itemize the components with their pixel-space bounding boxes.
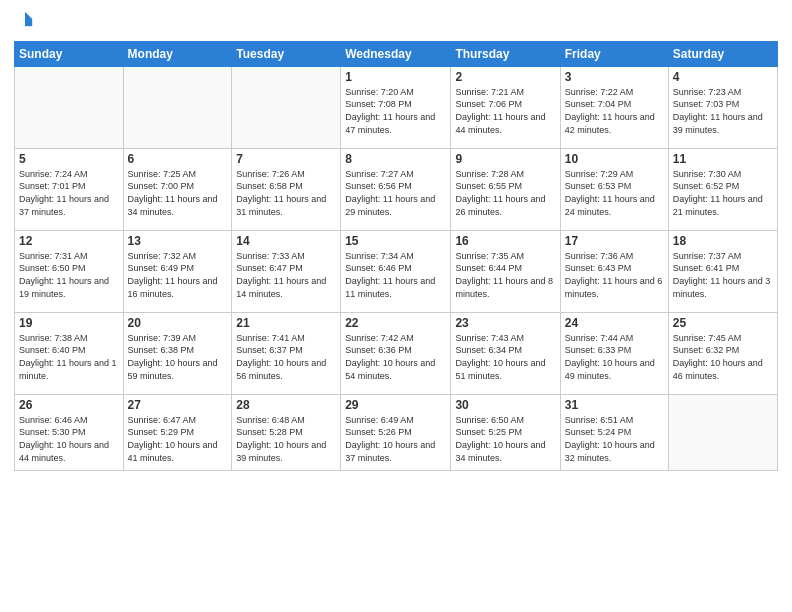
day-number: 11 xyxy=(673,152,773,166)
day-cell-21: 21Sunrise: 7:41 AM Sunset: 6:37 PM Dayli… xyxy=(232,312,341,394)
day-info: Sunrise: 7:21 AM Sunset: 7:06 PM Dayligh… xyxy=(455,86,555,136)
day-info: Sunrise: 7:27 AM Sunset: 6:56 PM Dayligh… xyxy=(345,168,446,218)
day-number: 2 xyxy=(455,70,555,84)
header xyxy=(14,10,778,33)
calendar-header-row: SundayMondayTuesdayWednesdayThursdayFrid… xyxy=(15,41,778,66)
day-number: 16 xyxy=(455,234,555,248)
page: SundayMondayTuesdayWednesdayThursdayFrid… xyxy=(0,0,792,612)
calendar-week-4: 19Sunrise: 7:38 AM Sunset: 6:40 PM Dayli… xyxy=(15,312,778,394)
empty-cell xyxy=(123,66,232,148)
col-header-wednesday: Wednesday xyxy=(341,41,451,66)
day-cell-14: 14Sunrise: 7:33 AM Sunset: 6:47 PM Dayli… xyxy=(232,230,341,312)
day-cell-22: 22Sunrise: 7:42 AM Sunset: 6:36 PM Dayli… xyxy=(341,312,451,394)
day-info: Sunrise: 6:49 AM Sunset: 5:26 PM Dayligh… xyxy=(345,414,446,464)
day-cell-2: 2Sunrise: 7:21 AM Sunset: 7:06 PM Daylig… xyxy=(451,66,560,148)
day-cell-25: 25Sunrise: 7:45 AM Sunset: 6:32 PM Dayli… xyxy=(668,312,777,394)
col-header-friday: Friday xyxy=(560,41,668,66)
day-cell-16: 16Sunrise: 7:35 AM Sunset: 6:44 PM Dayli… xyxy=(451,230,560,312)
day-number: 27 xyxy=(128,398,228,412)
logo-icon xyxy=(16,10,34,28)
empty-cell xyxy=(232,66,341,148)
day-info: Sunrise: 7:33 AM Sunset: 6:47 PM Dayligh… xyxy=(236,250,336,300)
logo-text xyxy=(14,10,34,33)
day-info: Sunrise: 7:35 AM Sunset: 6:44 PM Dayligh… xyxy=(455,250,555,300)
day-info: Sunrise: 7:25 AM Sunset: 7:00 PM Dayligh… xyxy=(128,168,228,218)
day-number: 9 xyxy=(455,152,555,166)
day-cell-13: 13Sunrise: 7:32 AM Sunset: 6:49 PM Dayli… xyxy=(123,230,232,312)
day-info: Sunrise: 7:45 AM Sunset: 6:32 PM Dayligh… xyxy=(673,332,773,382)
day-info: Sunrise: 7:26 AM Sunset: 6:58 PM Dayligh… xyxy=(236,168,336,218)
col-header-monday: Monday xyxy=(123,41,232,66)
day-cell-8: 8Sunrise: 7:27 AM Sunset: 6:56 PM Daylig… xyxy=(341,148,451,230)
day-info: Sunrise: 6:48 AM Sunset: 5:28 PM Dayligh… xyxy=(236,414,336,464)
calendar-week-3: 12Sunrise: 7:31 AM Sunset: 6:50 PM Dayli… xyxy=(15,230,778,312)
col-header-saturday: Saturday xyxy=(668,41,777,66)
day-cell-12: 12Sunrise: 7:31 AM Sunset: 6:50 PM Dayli… xyxy=(15,230,124,312)
day-number: 3 xyxy=(565,70,664,84)
day-cell-23: 23Sunrise: 7:43 AM Sunset: 6:34 PM Dayli… xyxy=(451,312,560,394)
day-info: Sunrise: 7:24 AM Sunset: 7:01 PM Dayligh… xyxy=(19,168,119,218)
day-cell-19: 19Sunrise: 7:38 AM Sunset: 6:40 PM Dayli… xyxy=(15,312,124,394)
day-info: Sunrise: 7:38 AM Sunset: 6:40 PM Dayligh… xyxy=(19,332,119,382)
svg-marker-0 xyxy=(25,12,32,19)
day-number: 17 xyxy=(565,234,664,248)
day-info: Sunrise: 7:39 AM Sunset: 6:38 PM Dayligh… xyxy=(128,332,228,382)
day-info: Sunrise: 7:41 AM Sunset: 6:37 PM Dayligh… xyxy=(236,332,336,382)
day-cell-3: 3Sunrise: 7:22 AM Sunset: 7:04 PM Daylig… xyxy=(560,66,668,148)
day-cell-26: 26Sunrise: 6:46 AM Sunset: 5:30 PM Dayli… xyxy=(15,394,124,470)
day-number: 8 xyxy=(345,152,446,166)
day-info: Sunrise: 7:31 AM Sunset: 6:50 PM Dayligh… xyxy=(19,250,119,300)
day-info: Sunrise: 7:30 AM Sunset: 6:52 PM Dayligh… xyxy=(673,168,773,218)
day-cell-17: 17Sunrise: 7:36 AM Sunset: 6:43 PM Dayli… xyxy=(560,230,668,312)
day-cell-31: 31Sunrise: 6:51 AM Sunset: 5:24 PM Dayli… xyxy=(560,394,668,470)
day-cell-24: 24Sunrise: 7:44 AM Sunset: 6:33 PM Dayli… xyxy=(560,312,668,394)
day-info: Sunrise: 7:37 AM Sunset: 6:41 PM Dayligh… xyxy=(673,250,773,300)
day-number: 6 xyxy=(128,152,228,166)
day-number: 1 xyxy=(345,70,446,84)
calendar-week-1: 1Sunrise: 7:20 AM Sunset: 7:08 PM Daylig… xyxy=(15,66,778,148)
day-cell-9: 9Sunrise: 7:28 AM Sunset: 6:55 PM Daylig… xyxy=(451,148,560,230)
svg-marker-1 xyxy=(25,19,32,26)
day-cell-7: 7Sunrise: 7:26 AM Sunset: 6:58 PM Daylig… xyxy=(232,148,341,230)
day-cell-10: 10Sunrise: 7:29 AM Sunset: 6:53 PM Dayli… xyxy=(560,148,668,230)
day-cell-4: 4Sunrise: 7:23 AM Sunset: 7:03 PM Daylig… xyxy=(668,66,777,148)
day-cell-30: 30Sunrise: 6:50 AM Sunset: 5:25 PM Dayli… xyxy=(451,394,560,470)
day-number: 18 xyxy=(673,234,773,248)
day-info: Sunrise: 6:51 AM Sunset: 5:24 PM Dayligh… xyxy=(565,414,664,464)
day-number: 29 xyxy=(345,398,446,412)
day-number: 19 xyxy=(19,316,119,330)
day-info: Sunrise: 7:34 AM Sunset: 6:46 PM Dayligh… xyxy=(345,250,446,300)
day-info: Sunrise: 7:42 AM Sunset: 6:36 PM Dayligh… xyxy=(345,332,446,382)
day-number: 30 xyxy=(455,398,555,412)
day-info: Sunrise: 7:23 AM Sunset: 7:03 PM Dayligh… xyxy=(673,86,773,136)
day-cell-15: 15Sunrise: 7:34 AM Sunset: 6:46 PM Dayli… xyxy=(341,230,451,312)
col-header-sunday: Sunday xyxy=(15,41,124,66)
day-number: 4 xyxy=(673,70,773,84)
day-cell-20: 20Sunrise: 7:39 AM Sunset: 6:38 PM Dayli… xyxy=(123,312,232,394)
empty-cell xyxy=(668,394,777,470)
day-cell-1: 1Sunrise: 7:20 AM Sunset: 7:08 PM Daylig… xyxy=(341,66,451,148)
empty-cell xyxy=(15,66,124,148)
day-info: Sunrise: 6:50 AM Sunset: 5:25 PM Dayligh… xyxy=(455,414,555,464)
day-number: 14 xyxy=(236,234,336,248)
day-number: 10 xyxy=(565,152,664,166)
day-cell-27: 27Sunrise: 6:47 AM Sunset: 5:29 PM Dayli… xyxy=(123,394,232,470)
day-number: 5 xyxy=(19,152,119,166)
col-header-tuesday: Tuesday xyxy=(232,41,341,66)
day-info: Sunrise: 7:43 AM Sunset: 6:34 PM Dayligh… xyxy=(455,332,555,382)
day-info: Sunrise: 7:22 AM Sunset: 7:04 PM Dayligh… xyxy=(565,86,664,136)
day-number: 26 xyxy=(19,398,119,412)
day-number: 15 xyxy=(345,234,446,248)
day-number: 7 xyxy=(236,152,336,166)
calendar-week-2: 5Sunrise: 7:24 AM Sunset: 7:01 PM Daylig… xyxy=(15,148,778,230)
day-info: Sunrise: 7:20 AM Sunset: 7:08 PM Dayligh… xyxy=(345,86,446,136)
day-cell-18: 18Sunrise: 7:37 AM Sunset: 6:41 PM Dayli… xyxy=(668,230,777,312)
col-header-thursday: Thursday xyxy=(451,41,560,66)
day-info: Sunrise: 6:47 AM Sunset: 5:29 PM Dayligh… xyxy=(128,414,228,464)
day-info: Sunrise: 6:46 AM Sunset: 5:30 PM Dayligh… xyxy=(19,414,119,464)
calendar-week-5: 26Sunrise: 6:46 AM Sunset: 5:30 PM Dayli… xyxy=(15,394,778,470)
day-number: 23 xyxy=(455,316,555,330)
day-number: 25 xyxy=(673,316,773,330)
day-cell-29: 29Sunrise: 6:49 AM Sunset: 5:26 PM Dayli… xyxy=(341,394,451,470)
day-info: Sunrise: 7:32 AM Sunset: 6:49 PM Dayligh… xyxy=(128,250,228,300)
